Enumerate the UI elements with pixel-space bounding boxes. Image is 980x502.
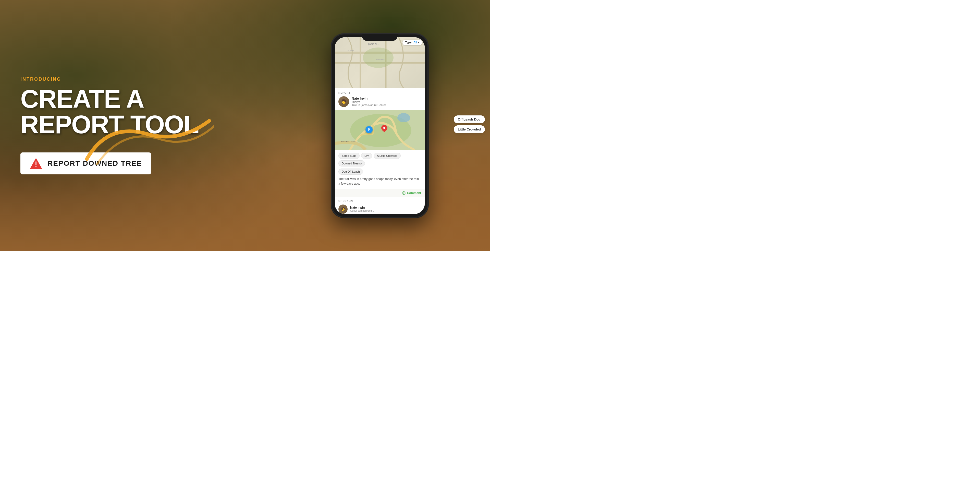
user-details: Nate Irwin Imerys Trail in Ijams Nature … [352,97,421,107]
checkin-name: Nate Irwin [350,206,421,209]
content-area: INTRODUCING CREATE A REPORT TOOL REPORT … [0,0,490,251]
user-name: Nate Irwin [352,97,421,100]
tag-some-bugs: Some Bugs [339,153,360,159]
tags-row: Some Bugs Dry A Little Crowded Downed Tr… [339,153,421,166]
floating-tag-off-leash: Off Leash Dog [454,115,485,123]
right-section: Ijams N... Vucres Aberdeen Type: All ▾ [269,34,490,218]
svg-point-0 [35,166,37,167]
phone-frame: Ijams N... Vucres Aberdeen Type: All ▾ [331,34,428,218]
floating-tags-area: Off Leash Dog Little Crowded [454,115,485,135]
warning-icon [30,157,42,170]
type-chevron: ▾ [418,41,420,44]
svg-point-14 [402,191,405,194]
user-group: Imerys [352,100,421,104]
report-button[interactable]: REPORT DOWNED TREE [21,153,151,174]
checkin-label: Check-In [339,200,421,202]
trail-paths: Aberdeen Entra... [335,110,425,150]
introducing-label: INTRODUCING [21,76,249,82]
report-button-text: REPORT DOWNED TREE [48,159,142,167]
user-trail: Trail in Ijams Nature Center [352,104,421,107]
checkin-user: 🧑 Nate Irwin Outlet campground... [339,204,421,214]
tag-a-little-crowded: A Little Crowded [374,153,401,159]
tags-description-area: Some Bugs Dry A Little Crowded Downed Tr… [335,150,425,189]
checkin-avatar: 🧑 [339,204,348,214]
report-label: Report [339,91,421,94]
svg-point-5 [363,48,393,68]
phone-screen: Ijams N... Vucres Aberdeen Type: All ▾ [335,37,425,214]
tag-dry: Dry [361,153,372,159]
parking-pin: P [366,126,372,133]
tags-row-2: Dog Off Leash [339,169,421,175]
trail-description: The trail was in pretty good shape today… [339,177,421,186]
checkin-info: Nate Irwin Outlet campground... [350,206,421,212]
comment-icon [402,191,406,195]
type-label: Type: [405,41,412,44]
svg-point-13 [383,127,385,129]
top-map-area: Ijams N... Vucres Aberdeen Type: All ▾ [335,37,425,88]
checkin-sub: Outlet campground... [350,209,421,212]
svg-point-11 [397,113,410,122]
title-line2: REPORT TOOL [21,110,199,139]
tag-downed-trees: Downed Tree(s) [339,160,365,166]
report-card: Report 🧑 Nate Irwin Imerys Trail in Ijam… [335,88,425,110]
svg-text:Aberdeen Entra...: Aberdeen Entra... [341,140,357,142]
user-info: 🧑 Nate Irwin Imerys Trail in Ijams Natur… [339,96,421,107]
svg-text:Ijams N...: Ijams N... [368,43,379,45]
avatar: 🧑 [339,96,349,107]
checkin-section: Check-In 🧑 Nate Irwin Outlet campground.… [335,197,425,214]
comment-label: Comment [407,191,421,195]
floating-tag-little-crowded: Little Crowded [454,125,485,133]
phone-notch [362,34,398,41]
left-section: INTRODUCING CREATE A REPORT TOOL REPORT … [0,61,269,190]
comment-button[interactable]: Comment [402,191,421,195]
main-title: CREATE A REPORT TOOL [21,86,249,137]
tag-dog-off-leash: Dog Off Leash [339,169,363,175]
svg-text:Aberdeen: Aberdeen [375,59,385,61]
card-map: Aberdeen Entra... P [335,110,425,150]
svg-text:Vucres: Vucres [348,49,354,52]
location-pin [381,125,387,133]
comment-bar: Comment [335,189,425,197]
title-line1: CREATE A [21,84,144,113]
phone-device: Ijams N... Vucres Aberdeen Type: All ▾ [331,34,428,218]
type-value: All [414,41,417,44]
phone-content: Ijams N... Vucres Aberdeen Type: All ▾ [335,37,425,214]
type-filter[interactable]: Type: All ▾ [402,40,422,45]
